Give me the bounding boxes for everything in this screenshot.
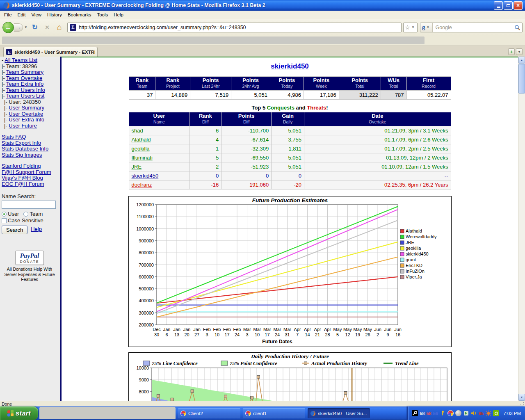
scrollbar-thumb[interactable] xyxy=(518,64,525,94)
gray-sphere-icon[interactable] xyxy=(455,410,461,416)
sidebar-item-team-extra-info[interactable]: |- Team Extra Info xyxy=(2,81,60,87)
menu-help[interactable]: Help xyxy=(111,11,126,18)
menu-bar: FileEditViewHistoryBookmarksToolsHelp xyxy=(0,11,525,19)
sidebar-link[interactable]: Team Overtake xyxy=(6,75,42,81)
tab-list-dropdown-icon[interactable]: ▼ xyxy=(516,48,523,55)
user-link-docfranz[interactable]: docfranz xyxy=(132,182,152,188)
tab-skierkid450[interactable]: E skierkid450 - User Summary - EXTRE... xyxy=(3,47,98,57)
stop-button[interactable]: × xyxy=(42,22,52,33)
user-link-geokilla[interactable]: geokilla xyxy=(132,146,150,152)
url-text[interactable]: http://folding.extremeoverclocking.com/u… xyxy=(79,25,246,30)
sidebar-link[interactable]: All Teams List xyxy=(5,57,37,63)
menu-bookmarks[interactable]: Bookmarks xyxy=(65,11,94,18)
sidebar-nav: - All Teams List|- Team: 38296|- Team Su… xyxy=(2,57,60,129)
colorful-app-icon[interactable] xyxy=(447,410,454,416)
sidebar-item-user-summary[interactable]: |- User Summary xyxy=(2,105,60,111)
taskbar-task-skierkid450-user-su-[interactable]: skierkid450 - User Su... xyxy=(308,408,370,418)
sidebar-item-team-users-list[interactable]: |- Team Users List xyxy=(2,93,60,99)
sidebar-item-team-users-info[interactable]: |- Team Users Info xyxy=(2,87,60,94)
window-titlebar[interactable]: skierkid450 - User Summary - EXTREME Ove… xyxy=(0,0,525,11)
user-link-JRE[interactable]: JRE xyxy=(132,164,142,170)
sidebar-link[interactable]: Team Users List xyxy=(6,93,44,99)
search-engine-dropdown-icon[interactable]: ▼ xyxy=(425,25,431,29)
scrollbar-down-icon[interactable]: ▼ xyxy=(518,394,525,401)
sidebar-item-team-overtake[interactable]: |- Team Overtake xyxy=(2,75,60,82)
bookmark-star-icon[interactable]: ☆ xyxy=(405,24,410,31)
sidebar-item-user-overtake[interactable]: |- User Overtake xyxy=(2,111,60,117)
sidebar-link-stanford-folding[interactable]: Stanford Folding xyxy=(2,163,41,169)
sidebar-link[interactable]: User Overtake xyxy=(9,111,43,117)
forward-button[interactable]: → xyxy=(14,23,23,32)
back-button[interactable]: ← xyxy=(2,22,14,33)
close-button[interactable]: × xyxy=(514,1,523,10)
restore-button[interactable] xyxy=(504,1,513,10)
sidebar-link[interactable]: Team Users Info xyxy=(6,87,45,93)
scrollbar-up-icon[interactable]: ▲ xyxy=(518,57,525,64)
sidebar-link-stats-sig-images[interactable]: Stats Sig Images xyxy=(2,152,42,158)
search-engine-selector[interactable]: g ▼ xyxy=(420,23,433,32)
radio-user[interactable] xyxy=(2,212,7,217)
sidebar-link-eoc-f-h-forum[interactable]: EOC F@H Forum xyxy=(2,181,44,187)
sidebar-item-team-summary[interactable]: |- Team Summary xyxy=(2,69,60,75)
menu-file[interactable]: File xyxy=(1,11,15,18)
paypal-donate-button[interactable]: PayPal DONATE xyxy=(15,251,43,265)
bookmark-dropdown-icon[interactable]: ▼ xyxy=(410,25,416,29)
sidebar-link[interactable]: Team Summary xyxy=(6,69,43,75)
menu-tools[interactable]: Tools xyxy=(94,11,111,18)
date-overtake: 01.13.09, 12pm / 2 Weeks xyxy=(304,153,451,162)
page-title[interactable]: skierkid450 xyxy=(271,62,309,70)
minimize-button[interactable] xyxy=(494,1,503,10)
sidebar-link-vijay-s-f-h-blog[interactable]: Vijay's F@H Blog xyxy=(2,175,43,181)
aim-icon[interactable] xyxy=(440,410,446,416)
sidebar-link-stats-faq[interactable]: Stats FAQ xyxy=(2,134,26,140)
volume-icon[interactable] xyxy=(471,410,477,416)
start-button[interactable]: start xyxy=(0,406,38,420)
user-link-Alathald[interactable]: Alathald xyxy=(132,137,151,143)
tab-bar: E skierkid450 - User Summary - EXTRE... … xyxy=(0,46,525,57)
new-tab-button[interactable]: + xyxy=(508,48,515,55)
speedfan-sun-icon[interactable] xyxy=(485,410,491,416)
menu-edit[interactable]: Edit xyxy=(15,11,29,18)
menu-history[interactable]: History xyxy=(44,11,65,18)
sidebar-link[interactable]: Team Extra Info xyxy=(6,81,43,87)
sidebar-link[interactable]: User Future xyxy=(9,123,37,129)
menu-view[interactable]: View xyxy=(28,11,44,18)
bookmark-star-box[interactable]: ☆ ▼ xyxy=(403,23,418,32)
radio-team[interactable] xyxy=(23,212,28,217)
search-magnifier-icon[interactable] xyxy=(514,25,520,30)
sidebar-item-all-teams-list[interactable]: - All Teams List xyxy=(2,57,60,64)
sidebar-link[interactable]: User Summary xyxy=(9,105,44,111)
history-dropdown-icon[interactable]: ▼ xyxy=(23,25,29,29)
sidebar-item-user-extra-info[interactable]: |- User Extra Info xyxy=(2,117,60,123)
overtake-row-Illuminati: Illuminati5-69,5505,05101.13.09, 12pm / … xyxy=(129,153,451,162)
name-search-input[interactable] xyxy=(2,201,56,209)
search-box[interactable]: g ▼ Google xyxy=(420,23,523,32)
sidebar-link-stats-export-info[interactable]: Stats Export Info xyxy=(2,140,41,146)
user-link-shad[interactable]: shad xyxy=(132,128,143,134)
resize-grip[interactable] xyxy=(520,401,525,406)
sidebar-link-stats-database-info[interactable]: Stats Database Info xyxy=(2,146,48,152)
user-link-skierkid450[interactable]: skierkid450 xyxy=(132,173,159,179)
search-input[interactable]: Google xyxy=(433,25,514,30)
url-bar[interactable]: E http://folding.extremeoverclocking.com… xyxy=(67,23,402,32)
sidebar-link-f-h-support-forum[interactable]: F@H Support Forum xyxy=(2,169,51,175)
tree-prefix: |- xyxy=(2,63,6,69)
sidebar-link[interactable]: User Extra Info xyxy=(9,116,44,123)
taskbar-task-client2[interactable]: Client2 xyxy=(178,408,240,418)
nvidia-icon[interactable] xyxy=(493,410,499,416)
gain-daily: 0 xyxy=(272,171,304,180)
vertical-scrollbar[interactable]: ▲ ▼ xyxy=(518,57,525,401)
tree-prefix: |- xyxy=(2,93,6,99)
case-sensitive-checkbox[interactable] xyxy=(2,218,7,223)
help-link[interactable]: Help xyxy=(31,226,42,232)
clock[interactable]: 7:03 PM xyxy=(503,411,521,416)
reload-button[interactable]: ↻ xyxy=(30,22,40,33)
update-arrow-icon[interactable] xyxy=(463,410,469,416)
home-button[interactable]: ⌂ xyxy=(54,22,65,33)
search-button[interactable]: Search xyxy=(2,226,27,234)
steam-icon[interactable] xyxy=(412,410,418,416)
sidebar-item-user-future[interactable]: |- User Future xyxy=(2,123,60,129)
svg-text:13: 13 xyxy=(174,332,179,337)
user-link-Illuminati[interactable]: Illuminati xyxy=(132,155,153,161)
taskbar-task-client1[interactable]: client1 xyxy=(243,408,305,418)
